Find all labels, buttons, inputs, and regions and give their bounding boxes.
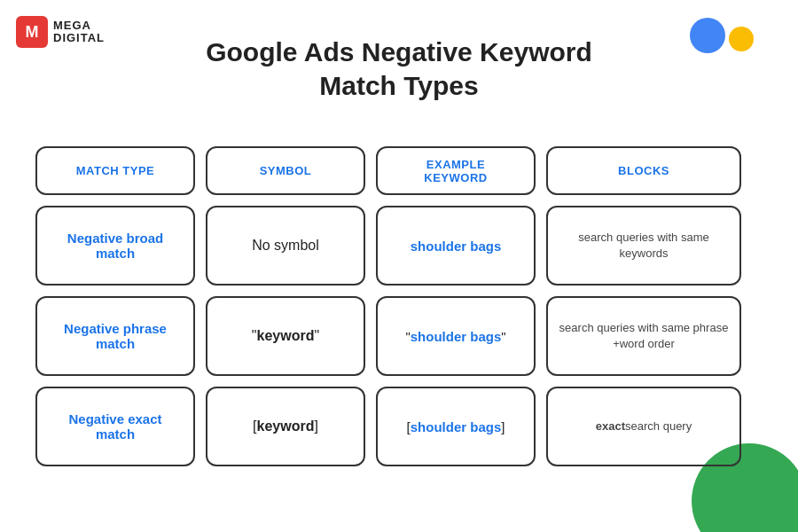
row3-example: [shoulder bags ] xyxy=(376,387,536,466)
header-match-type: MATCH TYPE xyxy=(35,146,195,195)
header-blocks: BLOCKS xyxy=(546,146,741,195)
dot-yellow xyxy=(729,27,754,51)
row3-match-type: Negative exact match xyxy=(35,387,195,466)
row1-symbol: No symbol xyxy=(206,206,365,286)
page-title: Google Ads Negative Keyword Match Types xyxy=(151,35,647,102)
row1-match-type: Negative broad match xyxy=(35,206,195,286)
table-grid: MATCH TYPE SYMBOL EXAMPLEKEYWORD BLOCKS … xyxy=(35,146,763,466)
row2-example: "shoulder bags " xyxy=(376,296,536,376)
row1-example: shoulder bags xyxy=(376,206,536,286)
row3-blocks: exact search query xyxy=(546,387,741,466)
header-example-keyword: EXAMPLEKEYWORD xyxy=(376,146,536,195)
title-line2: Match Types xyxy=(151,69,647,103)
logo: M MEGA DIGITAL xyxy=(16,16,105,48)
dot-blue xyxy=(690,18,725,53)
header-symbol: SYMBOL xyxy=(206,146,365,195)
row1-blocks: search queries with same keywords xyxy=(546,206,741,286)
title-line1: Google Ads Negative Keyword xyxy=(151,35,647,69)
row2-blocks: search queries with same phrase +word or… xyxy=(546,296,741,376)
row2-match-type: Negative phrase match xyxy=(35,296,195,376)
logo-line2: DIGITAL xyxy=(53,32,105,44)
google-dots-decoration xyxy=(690,18,754,53)
logo-line1: MEGA xyxy=(53,20,105,32)
row3-symbol: [keyword] xyxy=(206,387,365,466)
table-wrapper: MATCH TYPE SYMBOL EXAMPLEKEYWORD BLOCKS … xyxy=(35,146,763,466)
row2-symbol: "keyword" xyxy=(206,296,365,376)
logo-icon: M xyxy=(16,16,48,48)
logo-text: MEGA DIGITAL xyxy=(53,20,105,45)
